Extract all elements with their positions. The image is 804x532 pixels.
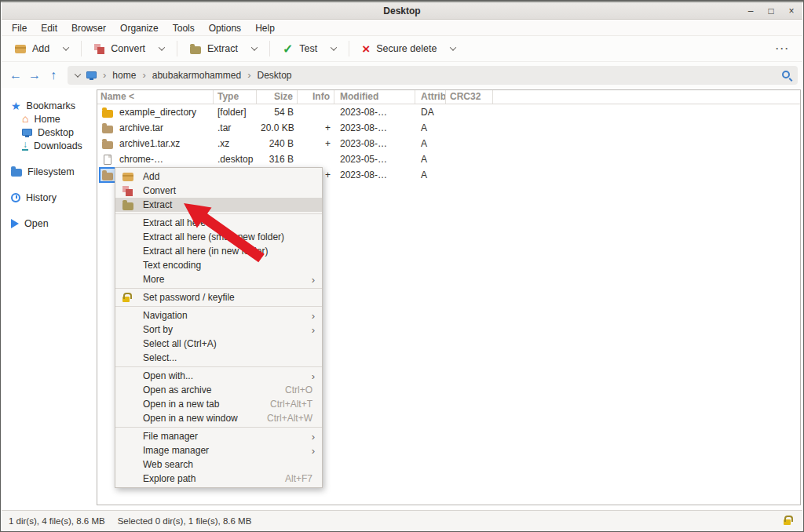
add-dropdown-button[interactable] [57, 42, 75, 55]
context-menu-item-image-manager[interactable]: Image manager› [115, 443, 322, 457]
column-header-attributes[interactable]: Attribu [415, 90, 446, 104]
menu-organize[interactable]: Organize [113, 20, 166, 36]
chevron-down-icon [251, 44, 258, 50]
menu-file[interactable]: File [5, 20, 34, 36]
context-menu-item-open-with[interactable]: Open with...› [115, 369, 322, 383]
forward-button[interactable]: → [25, 68, 44, 82]
context-menu-item-set-password-keyfile[interactable]: Set password / keyfile [115, 290, 322, 304]
breadcrumb-segment-abubakarmohammed[interactable]: abubakarmohammed [152, 70, 241, 81]
menu-tools[interactable]: Tools [166, 20, 202, 36]
cell-crc32 [446, 151, 493, 167]
file-name: example_directory [119, 104, 196, 120]
test-dropdown-button[interactable] [324, 42, 343, 55]
lock-icon [122, 297, 130, 302]
context-menu-item-open-in-a-new-window[interactable]: Open in a new windowCtrl+Alt+W [115, 411, 322, 425]
context-menu-item-navigation[interactable]: Navigation› [115, 308, 322, 322]
close-button[interactable]: × [785, 2, 798, 20]
secure-delete-x-icon: × [362, 44, 370, 54]
table-row[interactable]: chrome-….desktop316 B2023-05-…A [97, 151, 800, 167]
context-menu-item-open-as-archive[interactable]: Open as archiveCtrl+O [115, 383, 322, 397]
window-title: Desktop [383, 5, 420, 16]
context-menu-item-extract-all-here[interactable]: Extract all here [115, 216, 322, 230]
convert-dropdown-button[interactable] [152, 42, 171, 55]
sidebar-item-filesystem[interactable]: Filesystem [2, 165, 97, 178]
add-button[interactable]: Add [8, 39, 57, 58]
file-icon [100, 106, 115, 118]
history-icon [11, 193, 20, 202]
context-menu-item-sort-by[interactable]: Sort by› [115, 322, 322, 337]
context-menu-item-explore-path[interactable]: Explore pathAlt+F7 [115, 472, 322, 486]
extract-button[interactable]: Extract [183, 39, 245, 58]
context-menu-item-add[interactable]: Add [115, 169, 322, 184]
cell-attributes: A [415, 136, 446, 151]
column-header-type[interactable]: Type [214, 90, 257, 104]
cell-modified: 2023-05-… [334, 151, 415, 167]
icon-slot [122, 173, 143, 181]
search-icon[interactable] [782, 71, 790, 78]
minimize-button[interactable]: – [744, 2, 757, 20]
context-menu-item-open-in-a-new-tab[interactable]: Open in a new tabCtrl+Alt+T [115, 397, 322, 411]
add-archive-icon [122, 173, 133, 181]
sidebar-item-downloads[interactable]: ↓Downloads [2, 139, 97, 152]
context-menu-item-more[interactable]: More› [115, 272, 322, 286]
menu-options[interactable]: Options [202, 20, 248, 36]
archive-tan-icon [102, 126, 113, 133]
back-button[interactable]: ← [6, 68, 25, 82]
context-menu-item-file-manager[interactable]: File manager› [115, 429, 322, 443]
context-menu-item-web-search[interactable]: Web search [115, 457, 322, 472]
cell-info: + [298, 136, 334, 151]
context-menu-item-text-encoding[interactable]: Text encoding [115, 258, 322, 272]
column-header-name[interactable]: Name < [97, 90, 214, 104]
sidebar-item-bookmarks[interactable]: ★Bookmarks [2, 99, 97, 112]
context-menu-item-extract[interactable]: Extract [115, 198, 322, 212]
shortcut-label: Ctrl+Alt+W [267, 413, 322, 424]
column-header-info[interactable]: Info [298, 90, 334, 104]
computer-icon[interactable] [86, 71, 97, 78]
menu-help[interactable]: Help [248, 20, 282, 36]
cell-info [298, 151, 334, 167]
convert-button[interactable]: Convert [87, 39, 152, 58]
extract-dropdown-button[interactable] [245, 42, 264, 55]
breadcrumb-separator-icon: › [247, 69, 250, 81]
sidebar-item-desktop[interactable]: Desktop [2, 126, 97, 139]
table-row[interactable]: archive.tar.tar20.0 KB+2023-08-…A [97, 120, 800, 136]
breadcrumb-segment-desktop[interactable]: Desktop [257, 70, 291, 81]
submenu-arrow-icon: › [312, 310, 322, 322]
context-menu-item-select-all-ctrl-a[interactable]: Select all (Ctrl+A) [115, 337, 322, 351]
icon-slot [122, 200, 143, 210]
sidebar-item-label: History [26, 192, 57, 203]
context-menu-item-convert[interactable]: Convert [115, 184, 322, 198]
maximize-button[interactable]: □ [765, 2, 777, 20]
column-header-crc32[interactable]: CRC32 [446, 90, 493, 104]
archive-tan-icon [102, 173, 113, 180]
up-button[interactable]: ↑ [44, 68, 63, 82]
test-button[interactable]: ✓Test [276, 39, 324, 58]
secure-delete-dropdown-button[interactable] [444, 42, 462, 55]
table-row[interactable]: example_directory[folder]54 B2023-08-…DA [97, 104, 800, 120]
menu-browser[interactable]: Browser [64, 20, 113, 36]
context-menu-item-extract-all-here-smart-new-folder[interactable]: Extract all here (smart new folder) [115, 230, 322, 244]
sidebar-item-history[interactable]: History [2, 191, 97, 204]
context-menu-label: Open with... [143, 370, 193, 381]
context-menu-label: Set password / keyfile [143, 292, 235, 303]
breadcrumb-segment-home[interactable]: home [112, 70, 136, 81]
column-header-size[interactable]: Size [257, 90, 298, 104]
cell-filler [493, 120, 800, 136]
menu-edit[interactable]: Edit [34, 20, 64, 36]
context-menu-item-extract-all-here-in-new-folder[interactable]: Extract all here (in new folder) [115, 244, 322, 258]
sidebar-item-home[interactable]: ⌂Home [2, 112, 97, 126]
cell-crc32 [446, 120, 493, 136]
cell-filler [493, 104, 800, 120]
column-header-modified[interactable]: Modified [334, 90, 415, 104]
cell-filler [493, 151, 800, 167]
cell-name: chrome-… [97, 151, 214, 167]
toolbar-more-button[interactable]: ··· [776, 43, 790, 54]
context-menu-item-select[interactable]: Select... [115, 351, 322, 365]
archive-tan-icon [102, 141, 113, 149]
table-row[interactable]: archive1.tar.xz.xz240 B+2023-08-…A [97, 136, 800, 151]
sidebar-item-open[interactable]: Open [2, 217, 97, 230]
secure-delete-button[interactable]: ×Secure delete [355, 39, 444, 58]
chevron-down-icon[interactable] [75, 71, 81, 77]
breadcrumb[interactable]: ›home›abubakarmohammed›Desktop [68, 66, 798, 85]
add-archive-icon [15, 45, 26, 53]
